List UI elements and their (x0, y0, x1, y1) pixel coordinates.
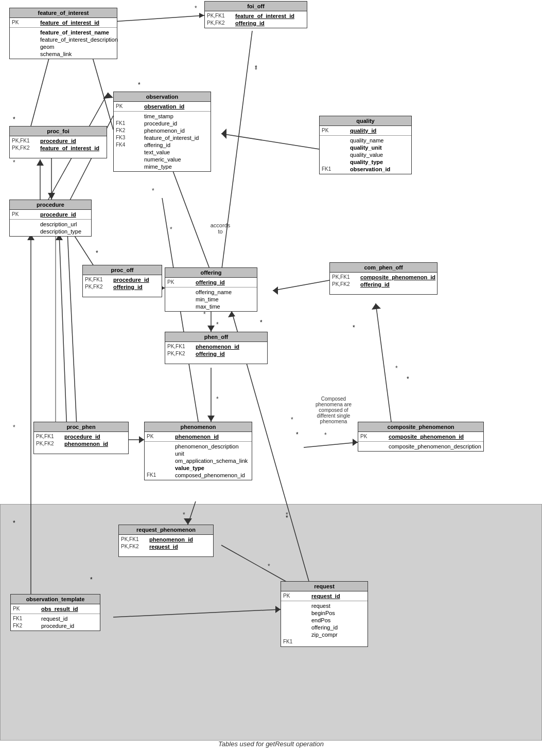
svg-line-9 (162, 198, 201, 437)
field-quality-type: quality_type (350, 159, 383, 165)
star-3: * (13, 116, 15, 123)
svg-line-42 (273, 280, 329, 291)
field-om-link: om_application_schema_link (175, 458, 248, 464)
entity-proc-phen: proc_phen PK,FK1 procedure_id PK,FK2 phe… (33, 422, 129, 454)
entity-procedure: procedure PK procedure_id description_ur… (9, 200, 92, 237)
star-11: * (90, 576, 93, 583)
entity-com-phen-off: com_phen_off PK,FK1 composite_phenomenon… (329, 262, 438, 295)
field-description-url: description_url (40, 221, 77, 227)
svg-marker-1 (199, 13, 204, 18)
svg-marker-52 (103, 93, 113, 99)
field-geom: geom (40, 44, 55, 50)
svg-line-39 (376, 303, 391, 422)
svg-text:*: * (13, 424, 15, 431)
svg-marker-60 (228, 311, 235, 317)
field-quality-observation-id: observation_id (350, 166, 390, 172)
svg-marker-37 (353, 439, 358, 446)
entity-phenomenon: phenomenon PK phenomenon_id phenomenon_d… (144, 422, 252, 480)
svg-marker-43 (273, 286, 278, 295)
entity-proc-foi: proc_foi PK,FK1 procedure_id PK,FK2 feat… (9, 126, 107, 158)
entity-observation: observation PK observation_id time_stamp… (113, 92, 211, 172)
field-numeric-value: numeric_value (144, 156, 181, 163)
field-request: request (311, 603, 330, 609)
field-proc-foi-foi-id: feature_of_interest_id (40, 145, 99, 151)
field-obs-result-id: obs_result_id (41, 606, 78, 612)
entity-header-phenomenon: phenomenon (145, 422, 252, 432)
entity-header-quality: quality (320, 116, 411, 126)
svg-text:*: * (291, 416, 293, 423)
entity-request: request PK request_id request beginPos e… (281, 581, 368, 647)
annotation-accords-to: accordsto (202, 222, 238, 235)
star-1: * (138, 81, 141, 88)
svg-marker-17 (221, 129, 226, 139)
field-quality-id: quality_id (350, 128, 376, 134)
field-phen-off-phenomenon-id: phenomenon_id (196, 344, 239, 350)
star-2: * (255, 64, 257, 71)
svg-text:*: * (324, 431, 327, 439)
entity-request-phenomenon: request_phenomenon PK,FK1 phenomenon_id … (118, 525, 214, 557)
field-composite-phenomenon-desc: composite_phenomenon_description (389, 443, 481, 449)
annotation-composed-phenomena: Composedphenomena arecomposed ofdifferen… (305, 396, 362, 424)
entity-proc-off: proc_off PK,FK1 procedure_id PK,FK2 offe… (82, 265, 162, 297)
field-proc-foi-procedure-id: procedure_id (40, 138, 76, 144)
svg-marker-45 (139, 436, 144, 443)
entity-header-com-phen-off: com_phen_off (330, 263, 437, 273)
field-req-phen-request-id: request_id (149, 544, 178, 550)
field-max-time: max_time (196, 303, 220, 310)
svg-text:*: * (195, 5, 197, 12)
field-beginpos: beginPos (311, 610, 335, 616)
entity-header-composite-phenomenon: composite_phenomenon (358, 422, 483, 432)
diagram-container: * * * * * (0, 0, 542, 756)
entity-composite-phenomenon: composite_phenomenon PK composite_phenom… (358, 422, 484, 452)
entity-header-request-phenomenon: request_phenomenon (119, 525, 213, 535)
field-offering-name: offering_name (196, 289, 232, 295)
field-schema-link: schema_link (40, 51, 72, 57)
field-unit: unit (175, 451, 184, 457)
field-value-type: value_type (175, 465, 204, 471)
field-phen-off-offering-id: offering_id (196, 351, 225, 357)
star-6: * (353, 324, 355, 331)
entity-observation-template: observation_template PK obs_result_id FK… (10, 594, 100, 631)
field-quality-name: quality_name (350, 137, 383, 143)
field-feature-of-interest-id: feature_of_interest_id (40, 20, 99, 26)
svg-text:*: * (13, 159, 15, 166)
key-pk: PK (12, 20, 40, 25)
svg-marker-50 (37, 159, 44, 166)
star-5: * (260, 319, 263, 326)
svg-text:*: * (170, 226, 172, 233)
caption-tables-used: Tables used for getResult operation (0, 736, 542, 752)
field-foi-off-feature-id: feature_of_interest_id (235, 13, 294, 19)
field-composite-phenomenon-id: composite_phenomenon_id (389, 434, 464, 440)
field-observation-id: observation_id (144, 103, 184, 110)
svg-line-16 (221, 134, 319, 149)
entity-header-proc-phen: proc_phen (34, 422, 128, 432)
field-obs-template-procedure-id: procedure_id (41, 623, 74, 629)
svg-marker-40 (372, 303, 381, 310)
field-quality-value: quality_value (350, 152, 383, 158)
svg-text:*: * (395, 365, 398, 372)
entity-header-proc-foi: proc_foi (10, 127, 107, 136)
svg-text:*: * (216, 395, 219, 403)
star-9: * (13, 519, 15, 527)
field-description-type: description_type (40, 228, 81, 235)
svg-line-25 (67, 221, 77, 437)
field-req-phen-phenomenon-id: phenomenon_id (149, 536, 193, 543)
field-foi-id-obs: feature_of_interest_id (144, 135, 199, 141)
field-proc-off-procedure-id: procedure_id (113, 277, 149, 283)
field-quality-unit: quality_unit (350, 145, 382, 151)
field-proc-phen-phenomenon-id: phenomenon_id (64, 441, 108, 447)
field-procedure-id: procedure_id (40, 211, 76, 218)
entity-offering: offering PK offering_id offering_name mi… (165, 267, 257, 312)
field-offering-id-obs: offering_id (144, 142, 170, 148)
entity-header-feature-of-interest: feature_of_interest (10, 8, 117, 18)
star-10: * (286, 514, 288, 521)
field-composed-phenomenon-id: composed_phenomenon_id (175, 472, 245, 478)
entity-header-observation: observation (114, 92, 211, 102)
field-obs-template-request-id: request_id (41, 616, 67, 622)
svg-line-36 (304, 442, 358, 447)
entity-header-offering: offering (165, 268, 257, 278)
svg-line-47 (59, 234, 67, 432)
field-phenomenon-id-obs: phenomenon_id (144, 128, 185, 134)
field-mime-type: mime_type (144, 164, 172, 170)
star-4: * (96, 249, 98, 257)
